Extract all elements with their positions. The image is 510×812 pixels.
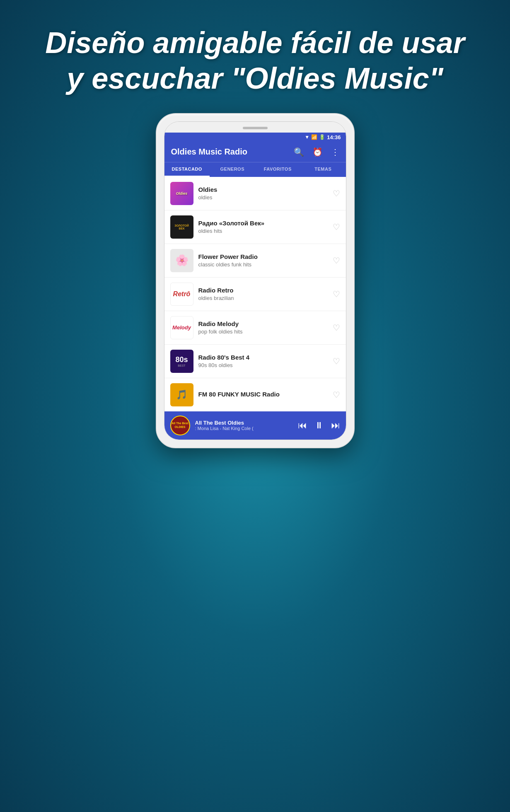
station-name: Oldies [198,186,328,193]
tab-temas[interactable]: TEMAS [300,162,346,177]
list-item[interactable]: Retrô Radio Retro oldies brazilian ♡ [164,278,346,311]
station-thumb-retro: Retrô [170,283,193,306]
more-icon[interactable]: ⋮ [331,147,339,157]
station-thumb-80s: 80s BEST [170,350,193,373]
favorite-icon[interactable]: ♡ [333,289,340,299]
list-item[interactable]: 80s BEST Radio 80's Best 4 90s 80s oldie… [164,345,346,378]
fast-forward-button[interactable]: ⏭ [331,420,340,431]
station-genre: classic oldies funk hits [198,261,328,268]
alarm-icon[interactable]: ⏰ [312,147,323,157]
favorite-icon[interactable]: ♡ [333,323,340,333]
station-name: FM 80 FUNKY MUSIC Radio [198,391,328,398]
list-item[interactable]: 🎵 FM 80 FUNKY MUSIC Radio ♡ [164,378,346,411]
app-bar: Oldies Music Radio 🔍 ⏰ ⋮ [164,142,346,162]
now-playing-info: All The Best Oldies : Mona Lisa - Nat Ki… [195,420,293,431]
app-bar-icons: 🔍 ⏰ ⋮ [294,147,339,157]
station-thumb-oldies: Oldies [170,182,193,205]
list-item[interactable]: ЗОЛОТОЙВЕК Радио «Золотой Век» oldies hi… [164,210,346,244]
tab-generos[interactable]: GENEROS [210,162,255,177]
station-genre: 90s 80s oldies [198,362,328,368]
station-thumb-melody: Melody [170,316,193,339]
station-info: Flower Power Radio classic oldies funk h… [198,253,328,268]
pause-button[interactable]: ⏸ [314,420,324,431]
player-controls: ⏮ ⏸ ⏭ [298,420,340,431]
favorite-icon[interactable]: ♡ [333,222,340,232]
list-item[interactable]: Oldies Oldies oldies ♡ [164,177,346,210]
clock: 14:36 [327,134,341,140]
phone-speaker [164,122,346,133]
battery-icon: 🔋 [319,134,325,140]
headline-line1: Diseño amigable fácil de usar [45,25,464,60]
station-info: Radio 80's Best 4 90s 80s oldies [198,354,328,368]
signal-icon: 📶 [311,134,317,140]
now-playing-thumb: All The Best OLDIES [170,416,190,435]
station-info: Oldies oldies [198,186,328,201]
station-name: Радио «Золотой Век» [198,220,328,227]
app-title: Oldies Music Radio [171,147,247,157]
now-playing-track: : Mona Lisa - Nat King Cole ( [195,426,293,431]
station-genre: oldies brazilian [198,295,328,301]
list-item[interactable]: Melody Radio Melody pop folk oldies hits… [164,311,346,345]
radio-list: Oldies Oldies oldies ♡ ЗОЛОТОЙВЕК Радио … [164,177,346,411]
status-bar: ▼ 📶 🔋 14:36 [164,133,346,142]
station-info: Radio Melody pop folk oldies hits [198,320,328,335]
station-info: FM 80 FUNKY MUSIC Radio [198,391,328,399]
speaker-grill [243,127,268,129]
station-name: Radio 80's Best 4 [198,354,328,361]
headline: Diseño amigable fácil de usar y escuchar… [45,25,464,97]
tabs: DESTACADO GENEROS FAVORITOS TEMAS [164,162,346,177]
station-genre: pop folk oldies hits [198,329,328,335]
station-info: Radio Retro oldies brazilian [198,287,328,301]
search-icon[interactable]: 🔍 [294,147,304,157]
station-thumb-zolotoy: ЗОЛОТОЙВЕК [170,215,193,239]
favorite-icon[interactable]: ♡ [333,356,340,366]
favorite-icon[interactable]: ♡ [333,188,340,198]
favorite-icon[interactable]: ♡ [333,390,340,400]
station-thumb-fm80: 🎵 [170,383,193,406]
status-icons: ▼ 📶 🔋 14:36 [305,134,341,140]
tab-destacado[interactable]: DESTACADO [164,162,210,177]
tab-favoritos[interactable]: FAVORITOS [255,162,301,177]
station-name: Radio Retro [198,287,328,294]
list-item[interactable]: 🌸 Flower Power Radio classic oldies funk… [164,244,346,278]
station-info: Радио «Золотой Век» oldies hits [198,220,328,234]
rewind-button[interactable]: ⏮ [298,420,307,431]
station-thumb-flower: 🌸 [170,249,193,272]
headline-line2: y escuchar "Oldies Music" [45,60,464,96]
wifi-icon: ▼ [305,134,309,140]
station-name: Radio Melody [198,320,328,327]
now-playing-title: All The Best Oldies [195,420,293,426]
favorite-icon[interactable]: ♡ [333,256,340,266]
station-genre: oldies [198,194,328,201]
station-genre: oldies hits [198,228,328,234]
now-playing-bar: All The Best OLDIES All The Best Oldies … [164,411,346,440]
station-name: Flower Power Radio [198,253,328,260]
phone-screen: ▼ 📶 🔋 14:36 Oldies Music Radio 🔍 ⏰ ⋮ DES… [164,121,346,440]
phone-mockup: ▼ 📶 🔋 14:36 Oldies Music Radio 🔍 ⏰ ⋮ DES… [156,113,355,448]
